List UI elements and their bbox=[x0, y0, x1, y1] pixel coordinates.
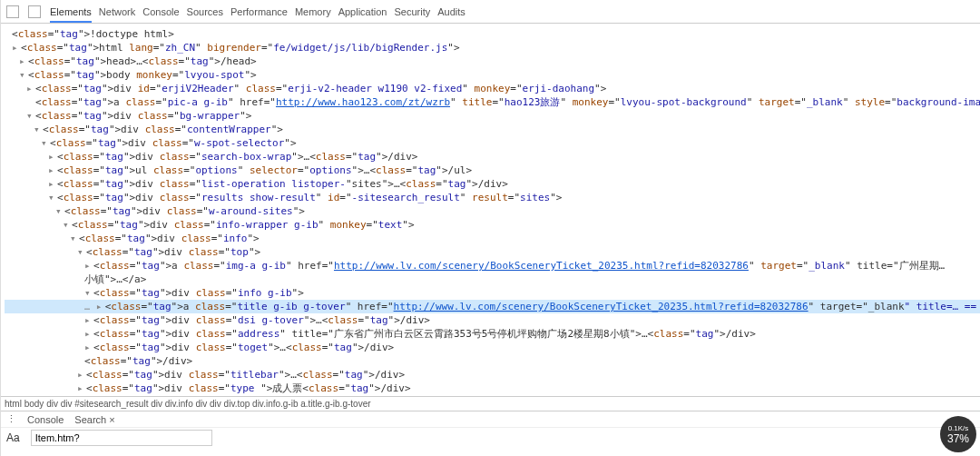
devtools-tab[interactable]: Network bbox=[99, 3, 135, 21]
device-icon[interactable] bbox=[28, 5, 41, 18]
devtools-tab[interactable]: Elements bbox=[50, 3, 92, 23]
devtools-tab[interactable]: Security bbox=[394, 3, 430, 21]
case-toggle[interactable]: Aa bbox=[6, 431, 20, 444]
system-monitor-widget[interactable]: 0.1K/s37% bbox=[940, 416, 976, 452]
devtools-tab[interactable]: Performance bbox=[230, 3, 288, 21]
drawer-menu-icon[interactable]: ⋮ bbox=[6, 413, 16, 425]
devtools-tab[interactable]: Audits bbox=[437, 3, 466, 21]
dom-breadcrumb[interactable]: html body div div #sitesearch_result div… bbox=[1, 396, 980, 411]
devtools-tab[interactable]: Application bbox=[338, 3, 387, 21]
devtools-tab[interactable]: Memory bbox=[295, 3, 331, 21]
devtools-tab[interactable]: Sources bbox=[187, 3, 223, 21]
inspect-icon[interactable] bbox=[6, 5, 19, 18]
dom-tree[interactable]: <class="tag">!doctype html>▸<class="tag"… bbox=[1, 24, 980, 396]
search-field[interactable] bbox=[31, 430, 212, 446]
search-drawer-tab[interactable]: Search × bbox=[74, 414, 114, 425]
devtools-tab[interactable]: Console bbox=[142, 3, 179, 21]
console-drawer-tab[interactable]: Console bbox=[27, 414, 64, 425]
